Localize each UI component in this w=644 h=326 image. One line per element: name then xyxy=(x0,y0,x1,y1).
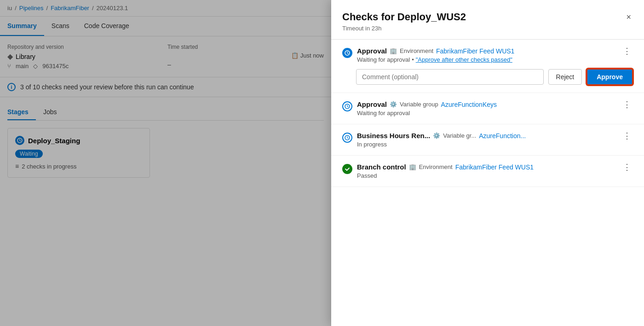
check-1-name: Approval xyxy=(357,47,387,55)
check-1-content: Approval 🏢 Environment FabrikamFiber Fee… xyxy=(357,47,616,63)
modal-subtitle: Timeout in 23h xyxy=(342,25,466,32)
check-3-content: Business Hours Ren... ⚙️ Variable gr... … xyxy=(357,132,616,148)
check-4-status: Passed xyxy=(357,172,616,179)
check-icon-clock-blue-1 xyxy=(342,48,352,58)
check-3-scope-link[interactable]: AzureFunction... xyxy=(479,132,526,140)
check-2-scope-link[interactable]: AzureFunctionKeys xyxy=(441,101,497,108)
check-3-scope-type: Variable gr... xyxy=(443,132,476,139)
check-1-scope-type: Environment xyxy=(400,47,433,54)
check-1-more-button[interactable]: ⋮ xyxy=(621,47,633,55)
check-2-status: Waiting for approval xyxy=(357,110,616,116)
check-item-business-hours: Business Hours Ren... ⚙️ Variable gr... … xyxy=(331,124,644,156)
check-1-type-icon: 🏢 xyxy=(390,47,397,54)
check-4-type-icon: 🏢 xyxy=(409,163,416,170)
check-3-type-icon: ⚙️ xyxy=(433,132,440,139)
check-2-scope-type: Variable group xyxy=(400,101,438,108)
comment-input-1[interactable] xyxy=(356,69,544,85)
modal-title: Checks for Deploy_WUS2 xyxy=(342,11,466,23)
approve-button-1[interactable]: Approve xyxy=(586,69,633,85)
check-4-scope-type: Environment xyxy=(419,163,453,170)
check-icon-check-green-4 xyxy=(342,164,352,174)
approval-1-actions: Reject Approve xyxy=(356,69,633,85)
check-4-content: Branch control 🏢 Environment FabrikamFib… xyxy=(357,163,616,179)
check-2-type-icon: ⚙️ xyxy=(390,101,397,108)
check-2-name: Approval xyxy=(357,100,387,108)
check-4-scope-link[interactable]: FabrikamFiber Feed WUS1 xyxy=(455,163,534,171)
check-item-approval-2: Approval ⚙️ Variable group AzureFunction… xyxy=(331,93,644,124)
check-4-name: Branch control xyxy=(357,163,406,171)
close-button[interactable]: × xyxy=(624,11,633,23)
check-1-scope-link[interactable]: FabrikamFiber Feed WUS1 xyxy=(436,47,514,55)
check-3-status: In progress xyxy=(357,141,616,148)
checks-modal: Checks for Deploy_WUS2 Timeout in 23h × xyxy=(331,0,644,326)
modal-header: Checks for Deploy_WUS2 Timeout in 23h × xyxy=(331,0,644,40)
check-4-more-button[interactable]: ⋮ xyxy=(621,163,633,171)
check-2-content: Approval ⚙️ Variable group AzureFunction… xyxy=(357,100,616,116)
check-item-branch-control: Branch control 🏢 Environment FabrikamFib… xyxy=(331,156,644,187)
check-icon-clock-outline-2 xyxy=(342,101,352,111)
modal-body: Approval 🏢 Environment FabrikamFiber Fee… xyxy=(331,40,644,326)
check-icon-clock-outline-3 xyxy=(342,133,352,143)
check-1-status: Waiting for approval • "Approve after ot… xyxy=(357,56,616,63)
check-3-more-button[interactable]: ⋮ xyxy=(621,132,633,140)
check-item-approval-1: Approval 🏢 Environment FabrikamFiber Fee… xyxy=(331,40,644,93)
check-3-name: Business Hours Ren... xyxy=(357,132,430,140)
check-2-more-button[interactable]: ⋮ xyxy=(621,100,633,109)
reject-button-1[interactable]: Reject xyxy=(548,69,582,85)
modal-header-text: Checks for Deploy_WUS2 Timeout in 23h xyxy=(342,11,466,32)
